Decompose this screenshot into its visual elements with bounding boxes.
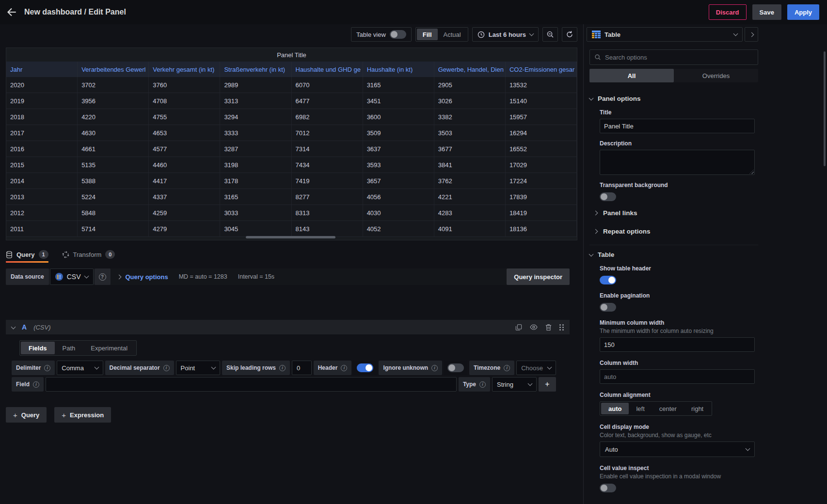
delimiter-select[interactable]: Comma [57, 361, 103, 375]
add-query-button[interactable]: Query [6, 407, 47, 423]
table-cell: 3600 [363, 109, 434, 125]
datasource-help-button[interactable] [95, 268, 111, 285]
type-select[interactable]: String [492, 377, 537, 392]
datasource-label: Data source [6, 268, 49, 285]
table-cell: 4630 [78, 125, 149, 141]
col-align-option-auto[interactable]: auto [601, 403, 629, 414]
panel-title[interactable]: Panel Title [6, 48, 577, 62]
chevron-down-icon [211, 365, 216, 370]
add-field-button[interactable] [539, 377, 556, 392]
interval-text: Interval = 15s [238, 273, 274, 280]
show-table-header-toggle[interactable] [600, 276, 616, 284]
chevron-right-icon [116, 274, 121, 279]
table-column-header[interactable]: Gewerbe, Handel, Dien [434, 62, 506, 77]
tab-overrides[interactable]: Overrides [674, 69, 758, 82]
decimal-separator-label: Decimal separator [105, 361, 174, 375]
panel-options-section-header[interactable]: Panel options [589, 95, 758, 102]
apply-button[interactable]: Apply [787, 4, 819, 20]
query-editor-tab-path[interactable]: Path [55, 342, 83, 354]
delete-query-icon[interactable] [545, 324, 552, 331]
table-column-header[interactable]: Straßenverkehr (in kt) [220, 62, 291, 77]
collapse-chevron-icon[interactable] [11, 324, 16, 329]
add-buttons-row: Query Expression [6, 407, 577, 423]
actual-option[interactable]: Actual [438, 29, 467, 40]
enable-pagination-toggle[interactable] [600, 303, 616, 312]
query-ref-id: A [22, 323, 27, 331]
back-arrow-icon[interactable] [7, 7, 16, 17]
decimal-separator-select[interactable]: Point [176, 361, 220, 375]
sidebar-scrollbar[interactable] [824, 51, 826, 166]
panel-title-input[interactable] [600, 119, 755, 133]
tab-transform[interactable]: Transform 0 [62, 247, 115, 262]
table-horizontal-scrollbar[interactable] [246, 236, 335, 238]
skip-leading-rows-input[interactable]: 0 [292, 361, 312, 375]
query-row-header[interactable]: A (CSV) [6, 320, 570, 334]
table-view-toggle[interactable] [390, 30, 406, 39]
table-cell: 5135 [78, 157, 149, 173]
query-inspector-button[interactable]: Query inspector [507, 268, 570, 285]
min-column-width-input[interactable] [600, 337, 755, 352]
table-column-header[interactable]: CO2-Emissionen gesar [506, 62, 577, 77]
duplicate-query-icon[interactable] [515, 324, 522, 331]
table-cell: 3677 [434, 141, 506, 157]
table-cell: 17839 [506, 189, 577, 205]
table-column-header[interactable]: Verarbeitendes Gewerl [78, 62, 149, 77]
description-textarea[interactable] [600, 150, 755, 175]
refresh-button[interactable] [562, 27, 577, 42]
datasource-picker[interactable]: CSV [50, 268, 94, 285]
cell-display-mode-select[interactable]: Auto [600, 441, 755, 457]
column-width-label: Column width [600, 360, 758, 366]
field-input[interactable] [46, 377, 457, 392]
table-column-header[interactable]: Jahr [6, 62, 78, 77]
query-count-badge: 1 [39, 250, 48, 259]
transparent-background-toggle[interactable] [600, 192, 616, 201]
tab-query[interactable]: Query 1 [6, 247, 48, 262]
visualization-select[interactable]: Table [587, 27, 743, 42]
table-cell: 7012 [292, 125, 363, 141]
table-cell: 3033 [220, 205, 291, 220]
ignore-unknown-toggle[interactable] [447, 363, 464, 372]
table-column-header[interactable]: Haushalte (in kt) [363, 62, 434, 77]
query-editor-tab-experimental[interactable]: Experimental [83, 342, 135, 354]
chevron-down-icon [529, 32, 534, 36]
options-search-input[interactable] [605, 54, 753, 61]
drag-handle-icon[interactable] [559, 324, 561, 326]
query-editor-tab-fields[interactable]: Fields [21, 342, 55, 354]
table-column-header[interactable]: Verkehr gesamt (in kt) [149, 62, 220, 77]
database-icon [6, 251, 13, 258]
save-button[interactable]: Save [752, 4, 781, 20]
header-toggle[interactable] [357, 363, 373, 372]
table-column-header[interactable]: Haushalte und GHD ge [292, 62, 363, 77]
time-range-label: Last 6 hours [489, 31, 526, 38]
show-table-header-label: Show table header [600, 265, 758, 272]
col-align-option-center[interactable]: center [652, 403, 684, 414]
col-align-option-right[interactable]: right [684, 403, 711, 414]
toggle-pane-button[interactable] [745, 27, 758, 42]
help-icon [99, 273, 106, 281]
delimiter-label: Delimiter [12, 361, 55, 375]
discard-button[interactable]: Discard [709, 4, 747, 20]
fill-option[interactable]: Fill [417, 29, 438, 40]
table-section-header[interactable]: Table [589, 251, 758, 258]
table-cell: 2011 [6, 221, 78, 236]
options-search[interactable] [589, 49, 758, 65]
add-expression-button[interactable]: Expression [54, 407, 111, 423]
column-width-input[interactable] [600, 369, 755, 384]
tab-all[interactable]: All [589, 69, 674, 82]
timezone-select[interactable]: Choose [516, 361, 556, 375]
table-cell: 2905 [434, 77, 506, 93]
repeat-options-section[interactable]: Repeat options [589, 224, 758, 238]
table-cell: 5714 [78, 221, 149, 236]
cell-value-inspect-toggle[interactable] [600, 484, 616, 492]
time-range-picker[interactable]: Last 6 hours [472, 27, 539, 42]
panel-links-section[interactable]: Panel links [589, 206, 758, 220]
table-cell: 4030 [363, 205, 434, 220]
search-icon [594, 54, 601, 61]
query-options-link[interactable]: Query options [126, 273, 168, 281]
hide-query-icon[interactable] [530, 324, 538, 331]
table-cell: 8313 [292, 205, 363, 220]
table-cell: 3956 [78, 93, 149, 109]
col-align-option-left[interactable]: left [629, 403, 652, 414]
table-cell: 3593 [363, 157, 434, 173]
zoom-out-button[interactable] [542, 27, 558, 42]
